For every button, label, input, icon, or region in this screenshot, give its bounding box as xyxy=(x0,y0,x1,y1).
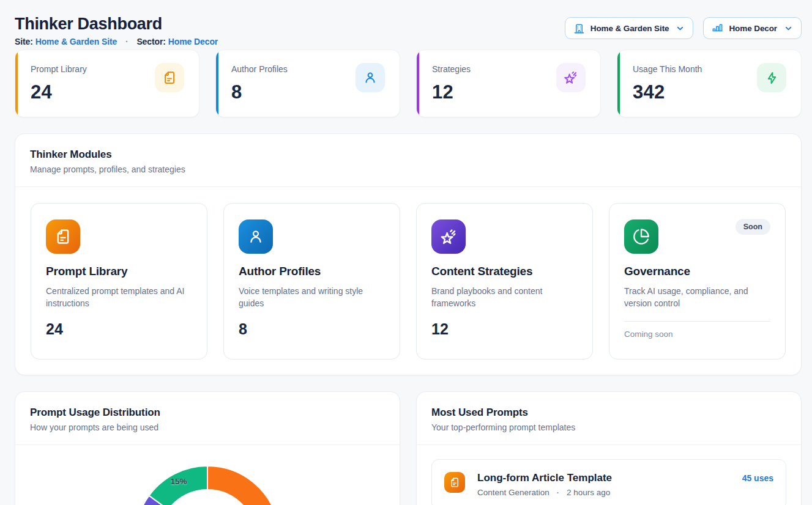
pie-chart-icon xyxy=(624,219,658,254)
modules-grid: Prompt Library Centralized prompt templa… xyxy=(15,187,801,375)
page-title: Thinker Dashboard xyxy=(15,16,218,32)
document-icon xyxy=(444,472,465,493)
site-dropdown-label: Home & Garden Site xyxy=(590,24,669,33)
stat-accent-bar xyxy=(216,50,218,117)
modules-panel-header: Thinker Modules Manage prompts, profiles… xyxy=(15,134,801,187)
sector-dropdown[interactable]: Home Decor xyxy=(703,17,802,39)
module-count: 12 xyxy=(431,320,578,337)
chevron-down-icon xyxy=(784,24,793,33)
prompts-panel-subtitle: Your top-performing prompt templates xyxy=(431,422,786,433)
coming-soon-note: Coming soon xyxy=(624,330,770,339)
module-title: Author Profiles xyxy=(239,264,385,279)
module-title: Governance xyxy=(624,264,770,279)
star-spark-icon xyxy=(431,219,466,254)
separator-dot: · xyxy=(557,488,560,497)
stat-label: Prompt Library xyxy=(31,64,87,74)
modules-panel-subtitle: Manage prompts, profiles, and strategies xyxy=(30,164,786,175)
prompt-category: Content Generation xyxy=(477,488,549,497)
stat-value: 24 xyxy=(31,83,87,102)
module-card-governance[interactable]: Soon Governance Track AI usage, complian… xyxy=(609,203,786,359)
stat-card-author-profiles: Author Profiles 8 xyxy=(215,50,400,117)
stat-value: 12 xyxy=(432,83,471,102)
module-description: Track AI usage, compliance, and version … xyxy=(624,285,770,309)
prompt-title: Long-form Article Template xyxy=(477,472,730,484)
stat-accent-bar xyxy=(417,50,419,117)
user-icon xyxy=(356,63,385,92)
prompt-list: Long-form Article Template Content Gener… xyxy=(417,445,801,505)
zap-icon xyxy=(757,63,786,92)
dashboard-page: Thinker Dashboard Site: Home & Garden Si… xyxy=(0,0,812,505)
donut-chart-area: 15% xyxy=(15,445,400,505)
module-card-content-strategies[interactable]: Content Strategies Brand playbooks and c… xyxy=(416,203,593,359)
site-label: Site: xyxy=(15,37,33,46)
stat-label: Strategies xyxy=(432,64,471,74)
stat-label: Author Profiles xyxy=(231,64,288,74)
building-icon xyxy=(573,23,585,34)
stats-row: Prompt Library 24 Author Profiles 8 xyxy=(15,50,802,117)
stat-label: Usage This Month xyxy=(633,64,702,74)
thinker-modules-panel: Thinker Modules Manage prompts, profiles… xyxy=(15,133,802,375)
bottom-row: Prompt Usage Distribution How your promp… xyxy=(15,391,802,505)
module-description: Centralized prompt templates and AI inst… xyxy=(46,285,192,309)
module-card-prompt-library[interactable]: Prompt Library Centralized prompt templa… xyxy=(31,203,207,359)
sector-label: Sector: xyxy=(136,37,166,46)
bar-chart-icon xyxy=(712,23,723,34)
header-controls: Home & Garden Site Home Decor xyxy=(565,17,802,39)
usage-panel-header: Prompt Usage Distribution How your promp… xyxy=(15,392,400,445)
stat-card-usage: Usage This Month 342 xyxy=(617,50,802,117)
sector-dropdown-label: Home Decor xyxy=(729,24,777,33)
stat-card-strategies: Strategies 12 xyxy=(416,50,601,117)
sector-link[interactable]: Home Decor xyxy=(168,37,218,46)
module-count: 8 xyxy=(239,320,385,337)
user-icon xyxy=(239,219,273,254)
module-count: 24 xyxy=(46,320,192,337)
module-description: Brand playbooks and content frameworks xyxy=(431,285,578,309)
prompt-usage-panel: Prompt Usage Distribution How your promp… xyxy=(15,391,400,505)
prompt-list-item[interactable]: Long-form Article Template Content Gener… xyxy=(431,459,786,505)
page-header: Thinker Dashboard Site: Home & Garden Si… xyxy=(15,16,802,46)
document-icon xyxy=(46,219,80,254)
prompts-panel-title: Most Used Prompts xyxy=(431,407,786,419)
prompt-uses-count: 45 uses xyxy=(742,473,773,497)
stat-accent-bar xyxy=(617,50,620,117)
prompt-meta: Content Generation · 2 hours ago xyxy=(477,488,730,497)
stat-card-prompt-library: Prompt Library 24 xyxy=(15,50,199,117)
usage-panel-subtitle: How your prompts are being used xyxy=(30,422,385,433)
modules-panel-title: Thinker Modules xyxy=(30,149,786,161)
prompts-panel-header: Most Used Prompts Your top-performing pr… xyxy=(417,392,801,445)
governance-divider xyxy=(624,321,770,322)
module-description: Voice templates and writing style guides xyxy=(239,285,385,309)
site-sector-line: Site: Home & Garden Site · Sector: Home … xyxy=(15,37,218,46)
document-icon xyxy=(155,63,184,92)
separator-dot: · xyxy=(125,37,129,46)
chevron-down-icon xyxy=(676,24,685,33)
stat-value: 342 xyxy=(633,83,702,102)
most-used-prompts-panel: Most Used Prompts Your top-performing pr… xyxy=(416,391,802,505)
module-title: Prompt Library xyxy=(46,264,192,279)
donut-chart: 15% xyxy=(134,465,281,505)
module-card-author-profiles[interactable]: Author Profiles Voice templates and writ… xyxy=(223,203,400,359)
site-dropdown[interactable]: Home & Garden Site xyxy=(565,17,694,39)
page-header-left: Thinker Dashboard Site: Home & Garden Si… xyxy=(15,16,218,46)
usage-panel-title: Prompt Usage Distribution xyxy=(30,407,385,419)
module-title: Content Strategies xyxy=(431,264,578,279)
star-spark-icon xyxy=(556,63,586,92)
soon-badge: Soon xyxy=(736,219,770,235)
prompt-time: 2 hours ago xyxy=(567,488,610,497)
site-link[interactable]: Home & Garden Site xyxy=(35,37,117,46)
donut-segment-label: 15% xyxy=(170,477,187,486)
stat-value: 8 xyxy=(231,83,288,102)
stat-accent-bar xyxy=(15,50,18,117)
